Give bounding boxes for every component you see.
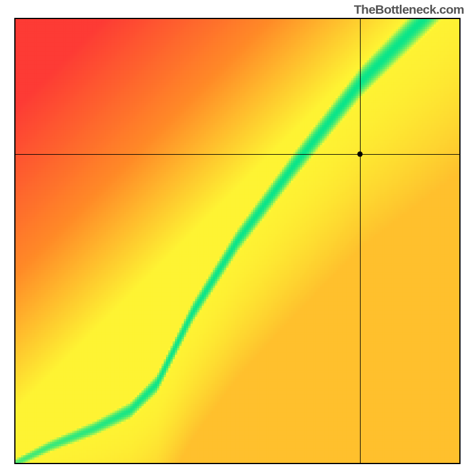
crosshair-vertical [360,18,361,464]
heatmap-canvas [14,18,461,464]
marker-dot [358,151,363,156]
crosshair-horizontal [14,154,461,155]
watermark-text: TheBottleneck.com [354,2,464,17]
heatmap-plot [14,18,461,464]
